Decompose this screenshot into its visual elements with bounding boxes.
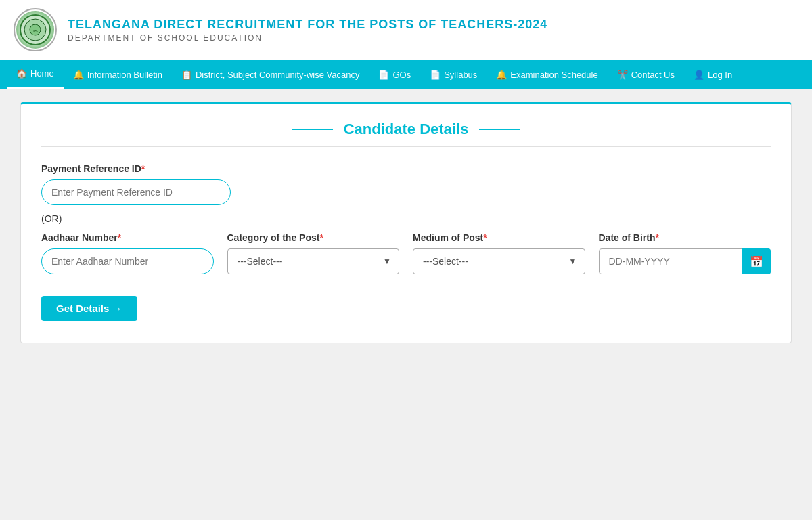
nav-home[interactable]: 🏠 Home [7, 60, 64, 89]
doc-icon: 📄 [378, 70, 389, 80]
nav-contact[interactable]: ✂️ Contact Us [608, 62, 684, 88]
section-title-row: Candidate Details [41, 121, 771, 147]
payment-ref-input[interactable] [41, 179, 231, 205]
title-line-left [292, 129, 333, 130]
medium-required: * [483, 232, 487, 243]
user-icon: 👤 [694, 70, 704, 80]
get-details-button[interactable]: Get Details → [41, 296, 137, 321]
medium-group: Medium of Post* ---Select--- Telugu Engl… [413, 232, 585, 274]
svg-text:TS: TS [32, 29, 38, 33]
nav-vacancy[interactable]: 📋 District, Subject Community-wise Vacan… [172, 62, 369, 88]
header: TS TELANGANA DIRECT RECRUITMENT FOR THE … [0, 0, 812, 60]
title-line-right [479, 129, 520, 130]
aadhaar-group: Aadhaar Number* [41, 232, 214, 274]
category-label: Category of the Post* [227, 232, 400, 243]
aadhaar-required: * [118, 232, 121, 243]
logo: TS [14, 8, 57, 51]
dob-group: Date of Birth* 📅 [599, 232, 771, 274]
clipboard-icon: 📋 [181, 70, 192, 80]
logo-emblem: TS [16, 11, 54, 49]
main-wrapper: Candidate Details Payment Reference ID* … [0, 89, 812, 357]
nav-exam-schedule[interactable]: 🔔 Examination Schedule [487, 62, 607, 88]
category-required: * [319, 232, 323, 243]
form-row: Aadhaar Number* Category of the Post* --… [41, 232, 771, 282]
payment-ref-section: Payment Reference ID* [41, 163, 231, 205]
calendar-button[interactable]: 📅 [742, 248, 771, 274]
medium-select-wrapper: ---Select--- Telugu English Hindi Urdu ▼ [413, 248, 585, 274]
nav-login[interactable]: 👤 Log In [684, 62, 742, 88]
payment-ref-label: Payment Reference ID* [41, 163, 231, 174]
navbar: 🏠 Home 🔔 Information Bulletin 📋 District… [0, 60, 812, 89]
home-icon: 🏠 [16, 68, 27, 79]
nav-gos[interactable]: 📄 GOs [369, 62, 420, 88]
aadhaar-label: Aadhaar Number* [41, 232, 214, 243]
contact-icon: ✂️ [617, 70, 628, 80]
category-select-wrapper: ---Select--- SGT SA LP PET ▼ [227, 248, 400, 274]
header-text: TELANGANA DIRECT RECRUITMENT FOR THE POS… [68, 18, 547, 43]
dob-wrapper: 📅 [599, 248, 771, 274]
dob-required: * [656, 232, 659, 243]
dob-label: Date of Birth* [599, 232, 771, 243]
nav-syllabus[interactable]: 📄 Syllabus [420, 62, 487, 88]
nav-information-bulletin[interactable]: 🔔 Information Bulletin [64, 62, 172, 88]
syllabus-icon: 📄 [430, 70, 441, 80]
category-select[interactable]: ---Select--- SGT SA LP PET [227, 248, 400, 274]
header-title: TELANGANA DIRECT RECRUITMENT FOR THE POS… [68, 18, 547, 32]
medium-label: Medium of Post* [413, 232, 585, 243]
calendar-icon: 📅 [750, 255, 763, 268]
section-title: Candidate Details [344, 121, 469, 138]
category-group: Category of the Post* ---Select--- SGT S… [227, 232, 400, 274]
bell-icon: 🔔 [73, 70, 84, 80]
required-marker: * [141, 163, 145, 174]
schedule-icon: 🔔 [496, 70, 507, 80]
or-divider: (OR) [41, 213, 771, 224]
medium-select[interactable]: ---Select--- Telugu English Hindi Urdu [413, 248, 585, 274]
candidate-details-card: Candidate Details Payment Reference ID* … [20, 102, 792, 343]
aadhaar-input[interactable] [41, 248, 214, 274]
header-subtitle: DEPARTMENT OF SCHOOL EDUCATION [68, 33, 547, 43]
payment-ref-group: Payment Reference ID* [41, 163, 231, 205]
